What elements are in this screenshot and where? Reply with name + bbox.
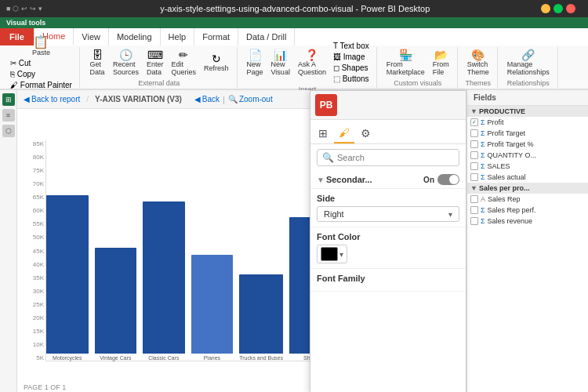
format-tab-fields[interactable]: ⊞ <box>314 123 332 143</box>
cut-btn[interactable]: ✂ Cut <box>8 58 74 68</box>
analytics-tab-icon: ⚙ <box>361 127 371 140</box>
field-sales-actual: Σ Sales actual <box>467 172 588 183</box>
search-box: 🔍 <box>317 149 459 166</box>
enter-data-btn[interactable]: ⌨ EnterData <box>143 48 167 78</box>
bar-motorcycles: Motorcycles <box>46 140 89 361</box>
sales-rep-icon: A <box>481 195 485 203</box>
report-view-icon[interactable]: ⊞ <box>2 93 15 106</box>
recent-sources-btn[interactable]: 🕒 RecentSources <box>110 48 142 78</box>
color-picker[interactable]: ▾ <box>317 245 347 263</box>
search-icon: 🔍 <box>322 152 334 163</box>
fields-header: Fields <box>467 90 588 106</box>
fields-tab-icon: ⊞ <box>318 127 328 140</box>
side-value: Right <box>324 209 344 219</box>
relationships-group: 🔗 ManageRelationships Relationships <box>499 47 558 88</box>
secondary-label: Secondar... <box>326 175 372 184</box>
profit-checkbox[interactable]: ✓ <box>470 118 478 126</box>
model-view-icon[interactable]: ⬡ <box>2 125 15 137</box>
sales-rep-perf-sigma: Σ <box>481 206 485 214</box>
back-to-report-btn[interactable]: ◀ Back to report <box>24 95 80 103</box>
color-row: ▾ <box>317 245 459 263</box>
themes-label: Themes <box>465 79 491 87</box>
page-indicator: PAGE 1 OF 1 <box>24 383 66 391</box>
new-page-btn[interactable]: 📄 NewPage <box>244 41 267 84</box>
bar-vintage-cars: Vintage Cars <box>95 140 137 361</box>
productive-label: PRODUCTIVE <box>479 107 525 115</box>
secondary-toggle[interactable] <box>437 174 459 185</box>
switch-theme-btn[interactable]: 🎨 SwitchTheme <box>464 48 492 78</box>
bar-classic-cars: Classic Cars <box>143 140 185 361</box>
buttons-btn[interactable]: ⬚ Buttons <box>331 74 372 84</box>
color-swatch <box>321 247 338 261</box>
copy-btn[interactable]: ⎘ Copy <box>8 69 74 79</box>
sales-revenue-sigma: Σ <box>481 217 485 225</box>
data-view-icon[interactable]: ≡ <box>2 109 15 122</box>
from-file-btn[interactable]: 📂 FromFile <box>430 48 452 78</box>
profit-target-pct-sigma: Σ <box>481 140 485 148</box>
sales-revenue-checkbox[interactable] <box>470 217 478 225</box>
side-label: Side <box>317 194 459 203</box>
color-arrow-icon: ▾ <box>339 250 343 259</box>
toggle-knob <box>449 175 459 184</box>
app-logo: PB <box>315 94 337 116</box>
search-input[interactable] <box>337 153 454 162</box>
bar-trucks: Trucks and Buses <box>239 140 283 361</box>
ask-question-btn[interactable]: ❓ Ask AQuestion <box>295 41 329 84</box>
sales-actual-sigma: Σ <box>481 173 485 181</box>
tab-modeling[interactable]: Modeling <box>109 28 161 45</box>
from-marketplace-btn[interactable]: 🏪 FromMarketplace <box>383 48 428 78</box>
profit-target-checkbox[interactable] <box>470 129 478 137</box>
field-sales-rep-perf: Σ Sales Rep perf. <box>467 205 588 216</box>
format-tab-format[interactable]: 🖌 <box>334 123 354 143</box>
fields-panel: Fields ▼ PRODUCTIVE ✓ Σ Profit Σ Profit … <box>466 90 588 392</box>
text-box-btn[interactable]: T Text box <box>331 41 372 51</box>
profit-target-sigma: Σ <box>481 129 485 137</box>
themes-group: 🎨 SwitchTheme Themes <box>459 47 498 88</box>
app-icon-area: PB <box>310 91 466 120</box>
format-tab-analytics[interactable]: ⚙ <box>356 123 376 143</box>
font-family-section: Font Family <box>310 269 466 292</box>
zoom-out-btn[interactable]: 🔍 Zoom-out <box>228 95 273 103</box>
close-btn[interactable] <box>566 4 575 13</box>
insert-group: 📄 NewPage 📊 NewVisual ❓ Ask AQuestion T … <box>239 47 377 88</box>
image-btn[interactable]: 🖼 Image <box>331 52 372 62</box>
secondary-row: ▼ Secondar... On <box>310 171 466 189</box>
productive-section-header[interactable]: ▼ PRODUCTIVE <box>467 106 588 117</box>
sales-revenue-name: Sales revenue <box>488 217 533 225</box>
manage-relationships-btn[interactable]: 🔗 ManageRelationships <box>504 48 553 78</box>
profit-target-pct-checkbox[interactable] <box>470 140 478 148</box>
sales-rep-perf-checkbox[interactable] <box>470 206 478 214</box>
tab-help[interactable]: Help <box>161 28 195 45</box>
field-profit: ✓ Σ Profit <box>467 117 588 128</box>
format-painter-btn[interactable]: 🖌 Format Painter <box>8 80 74 90</box>
sales-checkbox[interactable] <box>470 162 478 170</box>
paste-btn[interactable]: 📋 Paste <box>28 34 53 58</box>
y-axis-left: 85K 80K 75K 70K 65K 60K 55K 50K 45K 40K … <box>20 140 44 361</box>
relationships-label: Relationships <box>507 79 550 87</box>
window-title: y-axis-style-settings-using-advanced-com… <box>49 4 541 13</box>
format-panel: PB ⊞ 🖌 ⚙ 🔍 ▼ Secondar... <box>310 90 466 392</box>
edit-queries-btn[interactable]: ✏ EditQueries <box>168 48 199 78</box>
back-btn[interactable]: ◀ Back <box>194 95 220 103</box>
get-data-btn[interactable]: 🗄 GetData <box>86 48 108 78</box>
toolbar-icon-3: ↩ <box>21 5 27 13</box>
sales-per-label: Sales per pro... <box>479 184 530 192</box>
sales-actual-checkbox[interactable] <box>470 173 478 181</box>
clipboard-group: 📋 Paste ✂ Cut ⎘ Copy 🖌 Format Painter Cl… <box>3 47 80 88</box>
field-profit-target-pct: Σ Profit Target % <box>467 139 588 150</box>
field-sales-revenue: Σ Sales revenue <box>467 216 588 227</box>
external-data-label: External data <box>138 79 180 87</box>
toggle-state: On <box>423 176 434 184</box>
sales-rep-checkbox[interactable] <box>470 195 478 203</box>
minimize-btn[interactable] <box>541 4 550 13</box>
maximize-btn[interactable] <box>554 4 563 13</box>
sales-per-section-header[interactable]: ▼ Sales per pro... <box>467 183 588 194</box>
shapes-btn[interactable]: ◻ Shapes <box>331 63 372 73</box>
tab-format[interactable]: Format <box>194 28 238 45</box>
refresh-btn[interactable]: ↻ Refresh <box>201 48 232 78</box>
new-visual-btn[interactable]: 📊 NewVisual <box>268 41 293 84</box>
external-data-group: 🗄 GetData 🕒 RecentSources ⌨ EnterData ✏ … <box>82 47 238 88</box>
tab-view[interactable]: View <box>74 28 109 45</box>
quantity-checkbox[interactable] <box>470 151 478 159</box>
side-dropdown[interactable]: Right ▾ <box>317 206 459 222</box>
